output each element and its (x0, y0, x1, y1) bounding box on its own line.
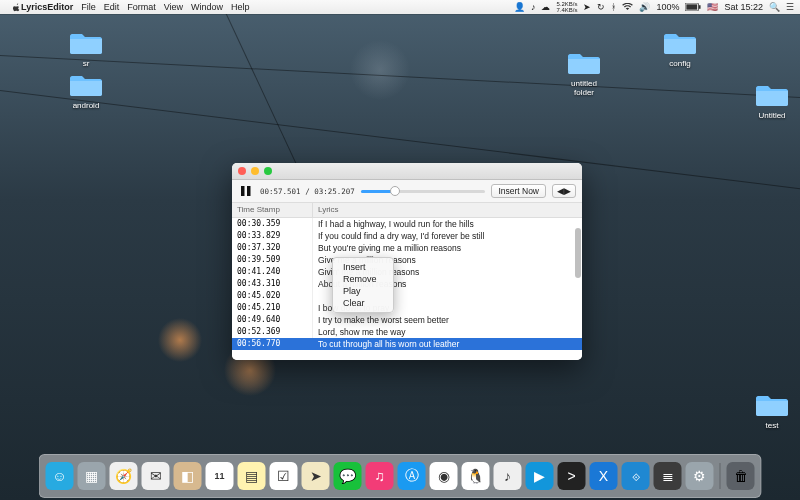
menu-window[interactable]: Window (191, 2, 223, 12)
progress-slider[interactable] (361, 190, 486, 193)
dock-itunes[interactable]: ♫ (366, 462, 394, 490)
ctx-play[interactable]: Play (333, 285, 393, 297)
menu-file[interactable]: File (81, 2, 96, 12)
dock-maps[interactable]: ➤ (302, 462, 330, 490)
dock: ☺▦🧭✉◧11▤☑➤💬♫Ⓐ◉🐧♪▶>X⟐≣⚙ 🗑 (39, 454, 762, 498)
dock-preferences[interactable]: ⚙ (686, 462, 714, 490)
dock-activity[interactable]: ≣ (654, 462, 682, 490)
bluetooth-icon[interactable]: ᚼ (611, 2, 616, 12)
table-row[interactable]: 00:52.369Lord, show me the way (232, 326, 582, 338)
location-icon[interactable]: ➤ (583, 2, 591, 12)
dock-appstore[interactable]: Ⓐ (398, 462, 426, 490)
close-icon[interactable] (238, 167, 246, 175)
ctx-clear[interactable]: Clear (333, 297, 393, 309)
volume-icon[interactable]: 🔊 (639, 2, 650, 12)
dock-chrome[interactable]: ◉ (430, 462, 458, 490)
dock-terminal[interactable]: > (558, 462, 586, 490)
dock-contacts[interactable]: ◧ (174, 462, 202, 490)
ctx-remove[interactable]: Remove (333, 273, 393, 285)
svg-rect-4 (247, 186, 251, 196)
toolbar: 00:57.501 / 03:25.207 Insert Now ◀▶ (232, 180, 582, 203)
menu-help[interactable]: Help (231, 2, 250, 12)
lyrics-editor-window: 00:57.501 / 03:25.207 Insert Now ◀▶ Time… (232, 163, 582, 360)
nudge-buttons[interactable]: ◀▶ (552, 184, 576, 198)
table-row[interactable]: 00:45.020 (232, 290, 582, 302)
dock-divider (720, 463, 721, 489)
dock-notes[interactable]: ▤ (238, 462, 266, 490)
desktop: LyricsEditor FileEditFormatViewWindowHel… (0, 0, 800, 500)
svg-rect-3 (241, 186, 245, 196)
notifications-icon[interactable]: ☰ (786, 2, 794, 12)
dock-safari[interactable]: 🧭 (110, 462, 138, 490)
folder-sr[interactable]: sr (66, 30, 106, 68)
menu-view[interactable]: View (164, 2, 183, 12)
dock-lyricseditor[interactable]: ♪ (494, 462, 522, 490)
spotlight-icon[interactable]: 🔍 (769, 2, 780, 12)
dock-reminders[interactable]: ☑ (270, 462, 298, 490)
folder-android[interactable]: android (66, 72, 106, 110)
input-source-icon[interactable]: 🇺🇸 (707, 2, 718, 12)
dock-trash[interactable]: 🗑 (727, 462, 755, 490)
battery-label: 100% (656, 2, 679, 12)
wifi-icon[interactable] (622, 3, 633, 11)
zoom-icon[interactable] (264, 167, 272, 175)
dock-mail[interactable]: ✉ (142, 462, 170, 490)
play-pause-button[interactable] (238, 183, 254, 199)
sync-icon[interactable]: ↻ (597, 2, 605, 12)
table-row[interactable]: 00:43.310About a million reasons (232, 278, 582, 290)
col-lyrics[interactable]: Lyrics (313, 203, 582, 217)
table-row[interactable]: 00:39.509Give me a million reasons (232, 254, 582, 266)
table-row[interactable]: 00:45.210I bow down to pray (232, 302, 582, 314)
dock-qq[interactable]: 🐧 (462, 462, 490, 490)
dock-tengxun[interactable]: ▶ (526, 462, 554, 490)
app-name[interactable]: LyricsEditor (21, 2, 73, 12)
dock-xcode[interactable]: X (590, 462, 618, 490)
folder-test[interactable]: test (752, 392, 792, 430)
time-position: 00:57.501 / 03:25.207 (260, 187, 355, 196)
network-speed: 5.2KB/s 7.4KB/s (556, 1, 577, 13)
menu-format[interactable]: Format (127, 2, 156, 12)
ctx-insert[interactable]: Insert (333, 261, 393, 273)
insert-now-button[interactable]: Insert Now (491, 184, 546, 198)
folder-Untitled[interactable]: Untitled (752, 82, 792, 120)
minimize-icon[interactable] (251, 167, 259, 175)
table-header: Time Stamp Lyrics (232, 203, 582, 218)
music-icon[interactable]: ♪ (531, 2, 536, 12)
folder-config[interactable]: config (660, 30, 700, 68)
dock-calendar[interactable]: 11 (206, 462, 234, 490)
svg-rect-1 (687, 4, 698, 9)
battery-icon[interactable] (685, 3, 701, 11)
user-icon[interactable]: 👤 (514, 2, 525, 12)
cloud-icon[interactable]: ☁ (541, 2, 550, 12)
table-row[interactable]: 00:30.359If I had a highway, I would run… (232, 218, 582, 230)
table-row[interactable]: 00:49.640I try to make the worst seem be… (232, 314, 582, 326)
menubar: LyricsEditor FileEditFormatViewWindowHel… (0, 0, 800, 14)
table-row[interactable]: 00:33.829If you could find a dry way, I'… (232, 230, 582, 242)
titlebar[interactable] (232, 163, 582, 180)
svg-rect-2 (699, 5, 701, 9)
table-row[interactable]: 00:56.770To cut through all his worn out… (232, 338, 582, 350)
col-timestamp[interactable]: Time Stamp (232, 203, 313, 217)
dock-messages[interactable]: 💬 (334, 462, 362, 490)
dock-launchpad[interactable]: ▦ (78, 462, 106, 490)
lyrics-table[interactable]: 00:30.359If I had a highway, I would run… (232, 218, 582, 360)
clock: Sat 15:22 (724, 2, 763, 12)
table-row[interactable]: 00:37.320But you're giving me a million … (232, 242, 582, 254)
table-row[interactable]: 00:41.240Givin' me a million reasons (232, 266, 582, 278)
menu-edit[interactable]: Edit (104, 2, 120, 12)
context-menu: InsertRemovePlayClear (332, 257, 394, 313)
dock-vscode[interactable]: ⟐ (622, 462, 650, 490)
scrollbar[interactable] (575, 218, 581, 360)
dock-finder[interactable]: ☺ (46, 462, 74, 490)
apple-menu-icon[interactable] (12, 3, 21, 12)
folder-untitled-folder[interactable]: untitled folder (564, 50, 604, 97)
